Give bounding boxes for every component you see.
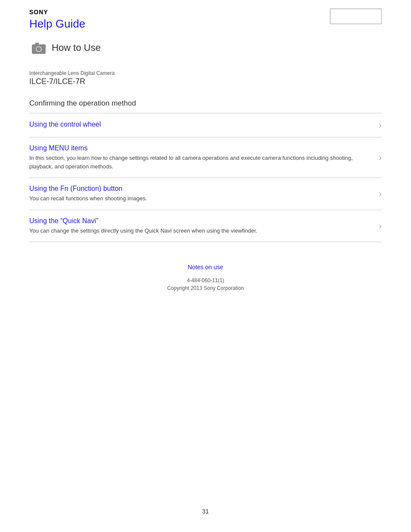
how-to-use-label: How to Use <box>52 42 101 53</box>
list-item-title-2[interactable]: Using MENU items <box>29 144 372 152</box>
list-item-desc-3: You can recall functions when shooting i… <box>29 195 147 202</box>
chevron-icon-3: › <box>379 189 382 199</box>
chevron-icon-4: › <box>379 221 382 231</box>
section-heading: Confirming the operation method <box>29 99 382 108</box>
how-to-use-icon <box>29 38 48 57</box>
list-item-3[interactable]: Using the Fn (Function) button You can r… <box>29 178 382 210</box>
list-item-title-1[interactable]: Using the control wheel <box>29 121 372 128</box>
page-wrapper: SONY Help Guide How to Use Interchangeab… <box>0 0 411 532</box>
svg-rect-3 <box>35 43 39 45</box>
chevron-icon-2: › <box>379 152 382 162</box>
camera-info: Interchangeable Lens Digital Camera ILCE… <box>29 70 382 86</box>
how-to-use-section: How to Use <box>29 38 382 57</box>
list-item-2[interactable]: Using MENU items In this section, you le… <box>29 137 382 178</box>
header-left: SONY Help Guide <box>29 9 85 34</box>
camera-type: Interchangeable Lens Digital Camera <box>29 70 382 76</box>
help-guide-title: Help Guide <box>29 17 85 31</box>
list-item-content-2: Using MENU items In this section, you le… <box>29 144 372 171</box>
list-item-title-4[interactable]: Using the “Quick Navi” <box>29 217 372 225</box>
notes-link[interactable]: Notes on use <box>29 264 382 271</box>
list-item-title-3[interactable]: Using the Fn (Function) button <box>29 185 372 193</box>
items-list: Using the control wheel › Using MENU ite… <box>29 113 382 242</box>
header: SONY Help Guide <box>29 9 382 34</box>
camera-model: ILCE-7/ILCE-7R <box>29 77 382 86</box>
sony-logo: SONY <box>29 9 85 16</box>
list-item-desc-4: You can change the settings directly usi… <box>29 227 257 234</box>
page-number: 31 <box>202 508 209 515</box>
footer-section: Notes on use 4-484-060-11(1) Copyright 2… <box>29 264 382 291</box>
search-box[interactable] <box>330 9 382 24</box>
list-item-content-1: Using the control wheel <box>29 121 372 130</box>
list-item-content-3: Using the Fn (Function) button You can r… <box>29 185 372 203</box>
chevron-icon-1: › <box>379 120 382 130</box>
list-item-desc-2: In this section, you learn how to change… <box>29 155 353 170</box>
svg-point-2 <box>37 47 41 51</box>
copyright: Copyright 2013 Sony Corporation <box>29 285 382 291</box>
list-item[interactable]: Using the control wheel › <box>29 113 382 137</box>
doc-number: 4-484-060-11(1) <box>29 277 382 283</box>
list-item-content-4: Using the “Quick Navi” You can change th… <box>29 217 372 235</box>
list-item-4[interactable]: Using the “Quick Navi” You can change th… <box>29 210 382 243</box>
